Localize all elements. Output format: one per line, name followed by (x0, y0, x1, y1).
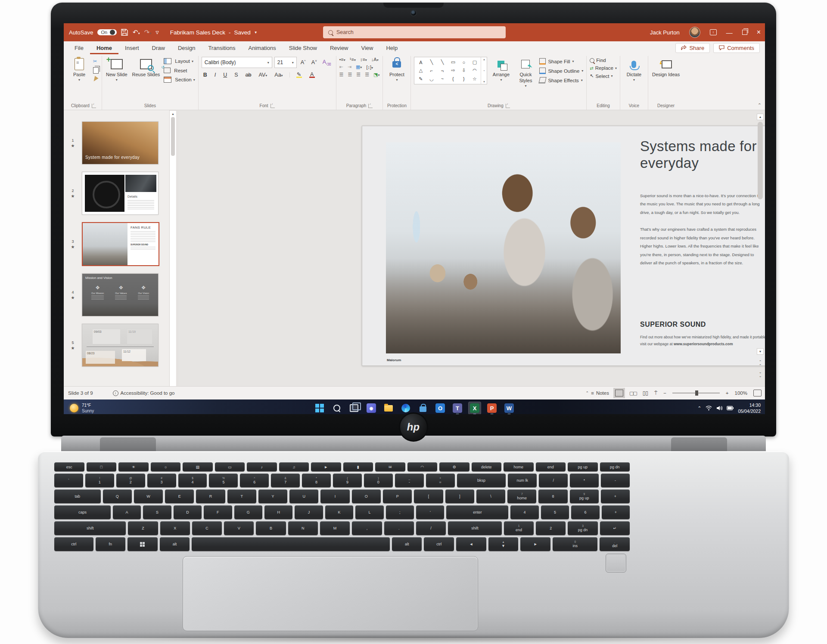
tab-insert[interactable]: Insert (118, 41, 146, 54)
notes-button[interactable]: ⌃≡ Notes (586, 390, 609, 396)
tab-review[interactable]: Review (323, 41, 355, 54)
shape-glyph[interactable]: ◠ (473, 68, 477, 73)
shape-fill-button[interactable]: Shape Fill▾ (539, 58, 583, 65)
shape-glyph[interactable]: ☆ (473, 76, 477, 82)
shape-glyph[interactable]: { (452, 76, 454, 81)
layout-button[interactable]: Layout▾ (164, 58, 195, 64)
align-text-button[interactable]: [↕]▾ (366, 65, 373, 70)
taskbar-app-chat[interactable]: ◉ (365, 402, 378, 414)
slide-canvas[interactable]: Systems made for everyday Superior sound… (362, 126, 765, 366)
clipboard-dialog-launcher[interactable] (92, 104, 96, 108)
align-center-button[interactable]: ☰ (348, 72, 352, 77)
quick-access-menu-icon[interactable]: ▿ (155, 28, 159, 36)
line-spacing-button[interactable]: ↕≡▾ (360, 57, 367, 62)
design-ideas-button[interactable]: ϟ Design Ideas (651, 57, 681, 79)
title-dropdown-icon[interactable]: ▼ (254, 31, 258, 34)
shapes-gallery-scrollbar[interactable]: ▲▪▼ (481, 57, 487, 84)
highlight-color-button[interactable]: ✎ (295, 71, 304, 78)
reset-button[interactable]: Reset (164, 68, 195, 73)
tab-animations[interactable]: Animations (242, 41, 283, 54)
clear-formatting-button[interactable]: A⌫ (321, 59, 333, 67)
taskbar-app-taskview[interactable] (348, 402, 361, 414)
shape-glyph[interactable]: ¬ (441, 68, 444, 73)
format-painter-icon[interactable] (92, 76, 98, 83)
align-right-button[interactable]: ☰ (356, 72, 361, 77)
bold-button[interactable]: B (202, 71, 209, 78)
font-color-button[interactable]: A (308, 71, 317, 78)
change-case-button[interactable]: Aa▾ (273, 71, 284, 78)
font-size-select[interactable]: 21▾ (274, 57, 297, 68)
drawing-dialog-launcher[interactable] (506, 104, 510, 108)
shape-glyph[interactable]: ╲ (441, 59, 444, 65)
taskbar-app-excel[interactable]: X (468, 402, 481, 414)
battery-icon[interactable] (727, 406, 734, 410)
section-button[interactable]: Section▾ (164, 77, 195, 83)
weather-widget[interactable]: 71°FSunny (70, 402, 94, 414)
cut-icon[interactable]: ✂ (93, 59, 99, 64)
grow-font-button[interactable]: A^ (299, 59, 308, 66)
slide-heading[interactable]: SUPERIOR SOUND (640, 321, 706, 328)
slide-thumbnail[interactable]: 09/0311/1908/2311/12 (82, 324, 159, 367)
slide-cta-text[interactable]: Find out more about how we've miniaturiz… (640, 334, 765, 347)
thumbnail-panel-scrollbar[interactable]: ▲ (169, 110, 177, 387)
font-dialog-launcher[interactable] (270, 104, 275, 108)
zoom-slider[interactable] (672, 393, 720, 393)
arrange-button[interactable]: Arrange▾ (490, 57, 512, 83)
avatar[interactable] (689, 27, 700, 38)
main-scrollbar[interactable]: ▲ ▼ (757, 114, 764, 355)
previous-slide-button[interactable]: ⌃⌃ (759, 360, 762, 368)
shape-glyph[interactable]: △ (419, 68, 423, 73)
justify-button[interactable]: ☰ (365, 72, 369, 77)
restore-button[interactable] (742, 30, 747, 35)
new-slide-button[interactable]: New Slide▾ (105, 57, 128, 83)
slide-body-text[interactable]: Superior sound is more than a nice-to-ha… (640, 192, 765, 276)
tab-view[interactable]: View (355, 41, 380, 54)
next-slide-button[interactable]: ⌄⌄ (759, 370, 762, 378)
slideshow-button[interactable]: ⍑ (654, 390, 657, 396)
quick-styles-button[interactable]: Quick Styles▾ (515, 57, 536, 89)
document-title-area[interactable]: Fabrikam Sales Deck - Saved ▼ (170, 29, 258, 36)
align-left-button[interactable]: ☰ (339, 72, 344, 77)
clock[interactable]: 14:3005/04/2022 (738, 402, 761, 414)
text-direction-button[interactable]: ↓A▾ (371, 57, 379, 62)
tab-design[interactable]: Design (171, 41, 202, 54)
decrease-indent-button[interactable]: ⇤ (339, 64, 343, 70)
slide-thumbnail[interactable]: FANS RULESUPERIOR SOUND (82, 222, 159, 266)
columns-button[interactable]: ▦▾ (356, 64, 362, 70)
shrink-font-button[interactable]: A˅ (310, 59, 319, 66)
dictate-button[interactable]: Dictate▾ (623, 57, 645, 83)
shape-glyph[interactable]: ⌐ (430, 68, 433, 73)
save-icon[interactable] (121, 29, 128, 36)
taskbar-app-store[interactable] (417, 402, 429, 414)
shape-glyph[interactable]: ⇩ (462, 68, 466, 73)
replace-button[interactable]: ⇄Replace▾ (590, 65, 617, 71)
slide-sorter-view-button[interactable]: ▢▢ (629, 390, 637, 396)
minimize-button[interactable]: — (726, 29, 733, 36)
underline-button[interactable]: U (221, 71, 229, 78)
collapse-ribbon-icon[interactable]: ⌃ (758, 102, 762, 108)
normal-view-button[interactable] (615, 390, 623, 396)
undo-icon[interactable]: ↶▾ (133, 28, 140, 36)
ribbon-display-options-icon[interactable]: ↑ (710, 29, 717, 35)
accessibility-status[interactable]: i Accessibility: Good to go (113, 390, 175, 396)
slide-thumbnail[interactable]: Mission and Vision✥Our Mission✥Our Value… (82, 273, 159, 316)
taskbar-app-explorer[interactable] (382, 402, 395, 414)
tab-draw[interactable]: Draw (146, 41, 171, 54)
zoom-slider-handle[interactable] (695, 390, 698, 396)
shape-glyph[interactable]: A (419, 60, 422, 65)
shape-outline-button[interactable]: Shape Outline▾ (539, 67, 583, 74)
zoom-in-icon[interactable]: + (726, 390, 729, 396)
shape-glyph[interactable]: ○ (463, 60, 466, 65)
shapes-gallery[interactable]: A╲╲▭○▢△⌐¬⇨⇩◠✎◡~{}☆ ▲▪▼ (414, 57, 487, 84)
taskbar-app-outlook[interactable]: O (434, 402, 447, 414)
numbering-button[interactable]: ¹≡▾ (350, 57, 356, 62)
paste-button[interactable]: Paste▾ (68, 57, 90, 83)
bullets-button[interactable]: •≡▾ (339, 57, 345, 62)
strikethrough-button[interactable]: ab (244, 71, 253, 78)
italic-button[interactable]: I (213, 71, 218, 78)
taskbar-app-teams[interactable]: T (451, 402, 464, 414)
shape-glyph[interactable]: ▢ (473, 59, 477, 65)
copy-icon[interactable] (93, 67, 99, 74)
taskbar-app-powerpoint[interactable]: P (485, 402, 498, 414)
tab-transitions[interactable]: Transitions (202, 41, 242, 54)
